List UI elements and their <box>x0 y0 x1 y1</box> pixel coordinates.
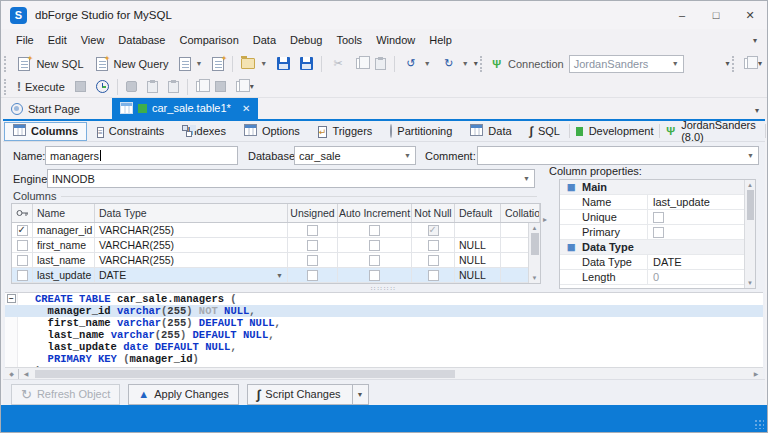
tab-start-page[interactable]: Start Page <box>1 100 90 119</box>
menu-item-file[interactable]: File <box>9 31 41 49</box>
undo-button[interactable]: ↺▼ <box>398 54 436 74</box>
tab-columns[interactable]: Columns <box>4 122 87 141</box>
cell-not-null[interactable] <box>412 238 455 252</box>
cell-auto-increment-checkbox[interactable] <box>369 225 380 236</box>
toolbar-grip[interactable] <box>480 56 484 72</box>
database-combobox[interactable]: car_sale▼ <box>294 146 416 165</box>
refresh-object-button[interactable]: ↻ Refresh Object <box>11 384 120 405</box>
property-value[interactable]: last_update <box>648 195 755 209</box>
key-checkbox[interactable] <box>17 225 28 236</box>
cell-name[interactable]: last_update <box>33 268 95 282</box>
panel-expander-icon[interactable]: ▸ <box>543 215 547 224</box>
property-checkbox[interactable] <box>653 212 664 223</box>
tab-overflow-icon[interactable]: ▾ <box>755 106 759 119</box>
cell-unsigned-checkbox[interactable] <box>307 225 318 236</box>
snapshot-button[interactable] <box>121 79 142 94</box>
new-sql-button[interactable]: ✦ New SQL <box>11 54 88 74</box>
key-checkbox[interactable] <box>17 255 28 266</box>
import-button[interactable] <box>163 79 184 95</box>
grid-header-data-type[interactable]: Data Type <box>95 204 288 222</box>
apply-changes-button[interactable]: ▲ Apply Changes <box>128 384 239 405</box>
data-type-dropdown-icon[interactable]: ▼ <box>276 272 283 279</box>
tab-indexes[interactable]: Indexes <box>174 122 234 141</box>
stop-button[interactable] <box>70 79 91 94</box>
sql-line-3[interactable]: first_name varchar(255) DEFAULT NULL, <box>5 317 763 329</box>
cell-auto-increment-checkbox[interactable] <box>369 270 380 281</box>
menu-item-view[interactable]: View <box>74 31 112 49</box>
cell-default[interactable]: NULL <box>455 238 501 252</box>
cell-unsigned[interactable] <box>288 223 338 237</box>
menu-item-database[interactable]: Database <box>111 31 172 49</box>
grid-header-unsigned[interactable]: Unsigned <box>288 204 338 222</box>
cell-auto-increment-checkbox[interactable] <box>369 255 380 266</box>
property-row-data-type[interactable]: Data TypeDATE <box>560 255 755 270</box>
menu-item-edit[interactable]: Edit <box>41 31 74 49</box>
toolbar-grip[interactable] <box>4 56 8 72</box>
toolbar-grip[interactable] <box>732 56 736 72</box>
cell-unsigned[interactable] <box>288 268 338 282</box>
cell-auto-increment[interactable] <box>338 223 412 237</box>
cell-auto-increment[interactable] <box>338 253 412 267</box>
cell-unsigned-checkbox[interactable] <box>307 255 318 266</box>
menu-item-comparison[interactable]: Comparison <box>172 31 245 49</box>
menu-item-help[interactable]: Help <box>422 31 459 49</box>
scroll-right-icon[interactable]: ▶ <box>749 370 763 377</box>
cell-not-null-checkbox[interactable] <box>428 225 439 236</box>
tab-constraints[interactable]: ≡Constraints <box>89 122 172 141</box>
maximize-button[interactable]: □ <box>699 2 733 28</box>
key-checkbox-cell[interactable] <box>12 268 33 282</box>
grid-row-manager_id[interactable]: manager_idVARCHAR(255) <box>12 223 540 238</box>
menu-overflow-icon[interactable]: ▾ <box>753 36 757 45</box>
tab-partitioning[interactable]: Partitioning <box>382 122 460 141</box>
cell-name[interactable]: manager_id <box>33 223 95 237</box>
sql-line-1[interactable]: −CREATE TABLE car_sale.managers ( <box>5 293 763 305</box>
cell-unsigned-checkbox[interactable] <box>307 270 318 281</box>
cell-auto-increment[interactable] <box>338 238 412 252</box>
cell-not-null[interactable] <box>412 268 455 282</box>
query-history-button[interactable] <box>91 78 114 95</box>
cell-default[interactable]: NULL <box>455 268 501 282</box>
toolbar-overflow-icon[interactable]: ▾ <box>250 82 253 91</box>
scroll-left-icon[interactable]: ◀ <box>19 370 33 377</box>
close-tab-icon[interactable]: ✕ <box>242 103 250 114</box>
menu-item-tools[interactable]: Tools <box>329 31 369 49</box>
cell-data-type[interactable]: DATE▼ <box>95 268 288 282</box>
layout-button[interactable] <box>191 79 210 94</box>
script-changes-dropdown-icon[interactable]: ▼ <box>352 384 368 405</box>
cell-data-type[interactable]: VARCHAR(255) <box>95 253 288 267</box>
save-all-button[interactable] <box>295 55 318 72</box>
key-checkbox-cell[interactable] <box>12 238 33 252</box>
cell-default[interactable] <box>455 223 501 237</box>
key-checkbox[interactable] <box>17 270 28 281</box>
new-connection-button[interactable]: ✦ <box>207 55 229 73</box>
editor-horizontal-scrollbar[interactable]: ◆ ◀ ▶ <box>5 367 763 379</box>
grid-vertical-scrollbar[interactable]: ▲▼ <box>528 223 540 283</box>
new-window-button[interactable] <box>231 79 250 94</box>
cell-not-null-checkbox[interactable] <box>428 270 439 281</box>
diagram-button[interactable] <box>210 79 231 94</box>
sql-line-2[interactable]: manager_id varchar(255) NOT NULL, <box>5 305 763 317</box>
cut-button[interactable]: ✂ <box>325 54 351 74</box>
grid-row-last_name[interactable]: last_nameVARCHAR(255)NULL <box>12 253 540 268</box>
menu-item-debug[interactable]: Debug <box>283 31 329 49</box>
key-checkbox[interactable] <box>17 240 28 251</box>
cell-name[interactable]: last_name <box>33 253 95 267</box>
cell-unsigned-checkbox[interactable] <box>307 240 318 251</box>
execute-button[interactable]: ! Execute <box>12 78 70 96</box>
toolbar-grip[interactable] <box>4 79 9 95</box>
resize-grip[interactable] <box>754 419 764 429</box>
cell-data-type[interactable]: VARCHAR(255) <box>95 223 288 237</box>
cell-not-null[interactable] <box>412 223 455 237</box>
key-checkbox-cell[interactable] <box>12 223 33 237</box>
property-row-length[interactable]: Length0 <box>560 270 755 285</box>
comment-combobox[interactable]: ▼ <box>477 146 759 165</box>
connection-combobox[interactable]: JordanSanders▼ <box>569 55 684 73</box>
property-row-unique[interactable]: Unique <box>560 210 755 225</box>
menu-item-data[interactable]: Data <box>246 31 283 49</box>
tab-sql[interactable]: ∫SQL <box>522 122 568 141</box>
sql-line-4[interactable]: last_name varchar(255) DEFAULT NULL, <box>5 329 763 341</box>
cell-auto-increment[interactable] <box>338 268 412 282</box>
properties-scrollbar[interactable]: ▲▼ <box>744 180 755 288</box>
toolbar-overflow-icon[interactable]: ▾ <box>726 59 729 68</box>
menu-item-window[interactable]: Window <box>369 31 422 49</box>
